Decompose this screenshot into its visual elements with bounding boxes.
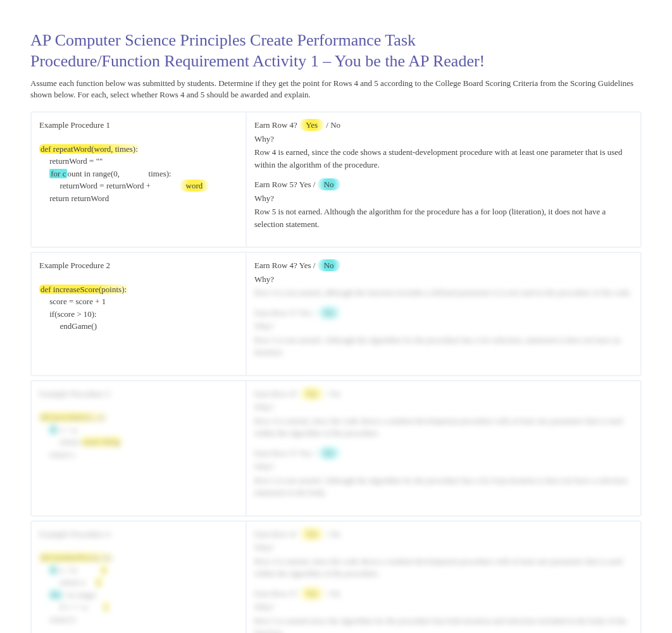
code-line: times):	[149, 169, 171, 178]
code-hl: y	[96, 577, 103, 587]
intro-text: Assume each function below was submitted…	[30, 78, 642, 100]
row4-answer: Row 4 is earned, since the code shows a …	[254, 146, 633, 171]
code-block-blurred: def procedure(x, y): if x > y: return so…	[39, 411, 238, 460]
code-hl: if	[49, 565, 57, 575]
row4-question: Earn Row 4? Yes / No	[254, 388, 633, 400]
why-label: Why?	[254, 401, 633, 414]
why-label: Why?	[254, 541, 633, 554]
why-label: Why?	[254, 133, 633, 145]
row5-question: Earn Row 5? Yes / No	[254, 307, 633, 319]
answer-cell: Earn Row 4? Yes / No Why? Row 4 is earne…	[247, 522, 640, 633]
why-label: Why?	[254, 460, 633, 473]
code-hl-for: for c	[49, 169, 67, 178]
why-label: Why?	[254, 320, 633, 333]
table-row: Example Procedure 4 def anotherProc(a, b…	[30, 520, 642, 633]
table-row: Example Procedure 1 def repeatWord(word,…	[30, 111, 642, 248]
row5-answer: Row 5 is not earned. Although the algori…	[254, 206, 633, 230]
code-line: score = score + 1	[39, 297, 106, 306]
row4-question: Earn Row 4? Yes / No	[254, 119, 633, 132]
page-title: AP Computer Science Principles Create Pe…	[30, 30, 642, 71]
row5-question: Earn Row 5? Yes / No	[254, 447, 633, 460]
code-hl: for	[49, 590, 61, 599]
row5-question: Earn Row 5? Yes / No	[254, 587, 633, 600]
answer-no: No	[318, 447, 340, 459]
row5-answer-blurred: Row 5 is earned since the algorithm for …	[254, 615, 633, 633]
procedure-title: Example Procedure 2	[39, 259, 238, 272]
code-line: ount in range(0,	[67, 169, 148, 178]
answer-no: No	[318, 178, 340, 190]
code-hl-def: def increaseScore(points):	[39, 285, 128, 294]
code-line	[39, 169, 49, 178]
why-label: Why?	[254, 273, 633, 286]
answer-yes: Yes	[299, 119, 324, 131]
row4-answer-blurred: Row 4 is not earned, although the functi…	[254, 286, 633, 299]
procedure-title: Example Procedure 3	[39, 388, 238, 400]
code-hl: z	[103, 602, 109, 611]
row5-answer-blurred: Row 5 is not earned. Although the algori…	[254, 334, 633, 359]
code-line: return returnWord	[39, 194, 109, 203]
code-line: returnWord = returnWord +	[39, 181, 180, 190]
row5-question: Earn Row 5? Yes / No	[254, 178, 633, 191]
answer-no: No	[318, 307, 340, 319]
code-hl-param: word	[180, 180, 209, 192]
answer-yes: Yes	[299, 528, 324, 540]
procedure-cell: Example Procedure 1 def repeatWord(word,…	[32, 113, 247, 247]
procedure-title: Example Procedure 1	[39, 119, 238, 132]
code-hl: if	[49, 425, 57, 434]
answer-no: No	[318, 259, 340, 271]
table-row: Example Procedure 2 def increaseScore(po…	[30, 252, 642, 376]
row4-answer-blurred: Row 4 is earned, since the code shows a …	[254, 415, 633, 439]
code-hl-def: def anotherProc(a, b):	[39, 553, 114, 562]
code-hl: thing	[101, 437, 121, 446]
answer-yes: Yes	[299, 587, 324, 599]
title-line-2: Procedure/Function Requirement Activity …	[30, 52, 485, 70]
title-line-1: AP Computer Science Principles Create Pe…	[30, 31, 416, 49]
procedure-cell: Example Procedure 4 def anotherProc(a, b…	[32, 522, 247, 633]
row5-answer-blurred: Row 5 is not earned. Although the algori…	[254, 474, 633, 499]
code-hl: x	[101, 565, 108, 575]
answer-cell: Earn Row 4? Yes / No Why? Row 4 is earne…	[247, 113, 640, 247]
code-hl-def: def procedure(x, y):	[39, 412, 108, 422]
answer-cell: Earn Row 4? Yes / No Why? Row 4 is not e…	[247, 253, 640, 375]
table-row: Example Procedure 3 def procedure(x, y):…	[30, 380, 642, 517]
code-line: endGame()	[39, 321, 97, 331]
code-line: if(score > 10):	[39, 309, 97, 319]
code-line: returnWord = ""	[39, 156, 103, 166]
procedure-cell: Example Procedure 3 def procedure(x, y):…	[32, 381, 247, 515]
row4-question: Earn Row 4? Yes / No	[254, 259, 633, 272]
code-hl: some	[82, 437, 101, 446]
row4-question: Earn Row 4? Yes / No	[254, 528, 633, 541]
procedure-title: Example Procedure 4	[39, 528, 238, 541]
code-block-blurred: def anotherProc(a, b): if a > b: x retur…	[39, 551, 238, 625]
examples-table: Example Procedure 1 def repeatWord(word,…	[30, 111, 642, 633]
row4-answer-blurred: Row 4 is earned, since the code shows a …	[254, 555, 633, 580]
why-label: Why?	[254, 601, 633, 613]
code-hl-def: def repeatWord(word, times):	[39, 144, 139, 154]
procedure-cell: Example Procedure 2 def increaseScore(po…	[32, 253, 247, 375]
code-block: def increaseScore(points): score = score…	[39, 283, 238, 333]
answer-yes: Yes	[299, 388, 324, 400]
answer-cell: Earn Row 4? Yes / No Why? Row 4 is earne…	[247, 381, 640, 515]
why-label: Why?	[254, 192, 633, 205]
code-block: def repeatWord(word, times): returnWord …	[39, 143, 238, 205]
